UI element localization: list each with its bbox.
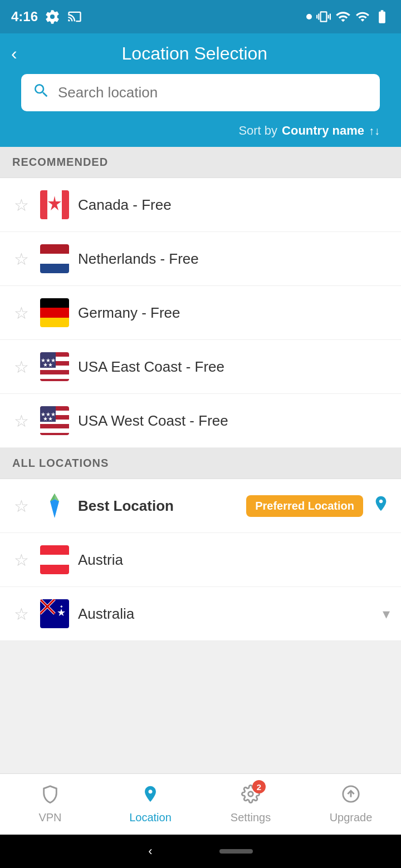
location-pin-icon bbox=[372, 495, 390, 517]
location-name: Netherlands - Free bbox=[78, 250, 390, 268]
status-right bbox=[306, 9, 390, 24]
wifi-icon bbox=[335, 9, 351, 24]
android-home-indicator bbox=[219, 849, 253, 854]
flag-usa-west: ★★★ ★★ bbox=[40, 406, 69, 435]
nav-label-upgrade: Upgrade bbox=[330, 811, 373, 824]
search-container bbox=[11, 74, 390, 119]
page-title: Location Selection bbox=[28, 43, 361, 64]
section-all-locations: ALL LOCATIONS bbox=[0, 448, 401, 479]
flag-canada bbox=[40, 190, 69, 219]
list-item-austria[interactable]: ☆ Austria bbox=[0, 533, 401, 587]
cast-icon bbox=[67, 9, 82, 24]
star-icon[interactable]: ☆ bbox=[11, 411, 31, 431]
android-back-button[interactable]: ‹ bbox=[148, 844, 152, 859]
flag-best-location bbox=[40, 491, 69, 520]
svg-rect-1 bbox=[40, 190, 47, 219]
svg-rect-27 bbox=[40, 428, 69, 433]
flag-usa-east: ★★★ ★★ bbox=[40, 352, 69, 381]
nav-label-location: Location bbox=[129, 811, 172, 824]
svg-rect-2 bbox=[62, 190, 69, 219]
section-recommended: RECOMMENDED bbox=[0, 147, 401, 178]
svg-rect-17 bbox=[40, 379, 69, 381]
search-input[interactable] bbox=[58, 84, 369, 101]
signal-icon bbox=[355, 9, 370, 24]
star-icon[interactable]: ☆ bbox=[11, 303, 31, 323]
svg-text:★★: ★★ bbox=[43, 416, 53, 422]
sort-arrows-icon[interactable]: ↑↓ bbox=[369, 125, 380, 137]
svg-point-47 bbox=[248, 792, 253, 797]
vpn-shield-icon bbox=[41, 785, 60, 808]
back-button[interactable]: ‹ bbox=[11, 43, 17, 64]
svg-rect-39 bbox=[40, 565, 69, 574]
svg-rect-8 bbox=[40, 308, 69, 318]
svg-rect-37 bbox=[40, 545, 69, 555]
star-icon[interactable]: ☆ bbox=[11, 249, 31, 269]
location-name: USA East Coast - Free bbox=[78, 358, 390, 376]
svg-rect-15 bbox=[40, 370, 69, 374]
settings-icon bbox=[45, 9, 60, 24]
flag-austria bbox=[40, 545, 69, 574]
location-name: Canada - Free bbox=[78, 196, 390, 214]
status-left: 4:16 bbox=[11, 9, 82, 24]
location-name: USA West Coast - Free bbox=[78, 412, 390, 430]
top-bar: ‹ Location Selection Sort by Country nam… bbox=[0, 33, 401, 147]
flag-germany bbox=[40, 298, 69, 327]
flag-netherlands bbox=[40, 244, 69, 273]
star-icon[interactable]: ☆ bbox=[11, 604, 31, 624]
all-locations-list: ☆ Best Location Preferred Location ☆ bbox=[0, 479, 401, 641]
bottom-nav: VPN Location 2 Settings Upgrade bbox=[0, 773, 401, 835]
battery-icon bbox=[374, 9, 390, 24]
sort-by-label: Sort by bbox=[238, 124, 277, 138]
list-item[interactable]: ☆ Netherlands - Free bbox=[0, 232, 401, 286]
recommended-list: ☆ Canada - Free ☆ Netherlands - Free ☆ bbox=[0, 178, 401, 448]
status-time: 4:16 bbox=[11, 9, 38, 24]
svg-rect-9 bbox=[40, 318, 69, 327]
android-nav-bar: ‹ bbox=[0, 835, 401, 868]
dot-indicator bbox=[306, 14, 312, 19]
list-item-best[interactable]: ☆ Best Location Preferred Location bbox=[0, 479, 401, 533]
svg-rect-7 bbox=[40, 298, 69, 308]
svg-text:✦: ✦ bbox=[60, 604, 63, 609]
location-name: Germany - Free bbox=[78, 304, 390, 322]
location-name-best: Best Location bbox=[78, 497, 237, 515]
svg-rect-6 bbox=[40, 264, 69, 273]
svg-text:★★: ★★ bbox=[43, 362, 53, 368]
svg-rect-38 bbox=[40, 555, 69, 565]
list-item-australia[interactable]: ☆ ★ ✦ Australia ▾ bbox=[0, 587, 401, 641]
star-icon[interactable]: ☆ bbox=[11, 550, 31, 570]
nav-label-vpn: VPN bbox=[38, 811, 61, 824]
nav-item-vpn[interactable]: VPN bbox=[0, 774, 100, 835]
nav-item-settings[interactable]: 2 Settings bbox=[200, 774, 301, 835]
header-row: ‹ Location Selection bbox=[11, 43, 390, 74]
expand-icon[interactable]: ▾ bbox=[383, 605, 390, 623]
settings-badge: 2 bbox=[252, 780, 266, 793]
star-icon[interactable]: ☆ bbox=[11, 357, 31, 377]
svg-rect-26 bbox=[40, 424, 69, 428]
location-name-australia: Australia bbox=[78, 605, 369, 623]
svg-rect-4 bbox=[40, 244, 69, 254]
nav-item-upgrade[interactable]: Upgrade bbox=[301, 774, 401, 835]
vibrate-icon bbox=[316, 9, 331, 24]
search-box bbox=[21, 74, 380, 111]
location-pin-nav-icon bbox=[141, 785, 160, 808]
settings-nav-icon: 2 bbox=[241, 785, 260, 808]
list-item[interactable]: ☆ Germany - Free bbox=[0, 286, 401, 340]
star-icon[interactable]: ☆ bbox=[11, 195, 31, 215]
sort-value[interactable]: Country name bbox=[282, 124, 364, 138]
search-icon bbox=[32, 82, 50, 103]
nav-label-settings: Settings bbox=[231, 811, 271, 824]
preferred-location-badge: Preferred Location bbox=[246, 495, 363, 517]
nav-item-location[interactable]: Location bbox=[100, 774, 200, 835]
svg-rect-28 bbox=[40, 433, 69, 435]
list-item[interactable]: ☆ Canada - Free bbox=[0, 178, 401, 232]
svg-rect-16 bbox=[40, 374, 69, 379]
status-bar: 4:16 bbox=[0, 0, 401, 33]
svg-rect-5 bbox=[40, 254, 69, 264]
upgrade-icon bbox=[341, 785, 360, 808]
list-item[interactable]: ☆ ★★★ ★★ USA East Coast - Free bbox=[0, 340, 401, 394]
location-name-austria: Austria bbox=[78, 551, 390, 569]
star-icon[interactable]: ☆ bbox=[11, 496, 31, 516]
flag-australia: ★ ✦ bbox=[40, 599, 69, 628]
sort-bar: Sort by Country name ↑↓ bbox=[11, 119, 390, 147]
list-item[interactable]: ☆ ★★★ ★★ USA West Coast - Free bbox=[0, 394, 401, 448]
